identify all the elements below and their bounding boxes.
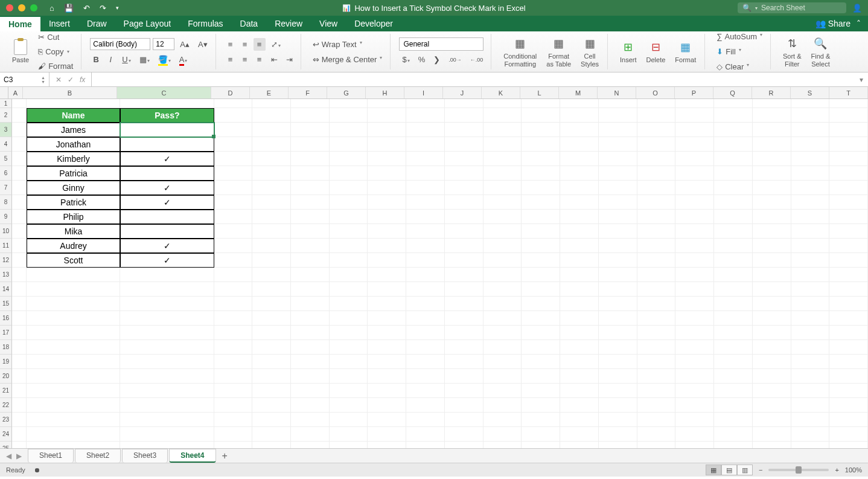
cell-R20[interactable] (753, 369, 791, 384)
comma-button[interactable]: ❯ (430, 53, 443, 66)
cell-J11[interactable] (445, 239, 483, 253)
cell-S24[interactable] (791, 427, 830, 442)
normal-view-button[interactable]: ▦ (706, 465, 721, 475)
cell-G17[interactable] (330, 326, 368, 340)
cell-L10[interactable] (522, 224, 560, 239)
cell-F6[interactable] (291, 166, 330, 181)
cell-C10[interactable] (120, 224, 214, 239)
row-header-12[interactable]: 12 (0, 253, 12, 268)
cell-E25[interactable] (252, 442, 291, 448)
cell-R23[interactable] (753, 413, 791, 427)
sheet-tab-sheet4[interactable]: Sheet4 (169, 449, 215, 463)
ribbon-tab-page-layout[interactable]: Page Layout (115, 16, 180, 31)
cell-R11[interactable] (753, 239, 791, 253)
search-input[interactable]: 🔍 ▾ Search Sheet (738, 2, 846, 13)
row-header-18[interactable]: 18 (0, 340, 12, 355)
insert-cells-button[interactable]: ⊞Insert (616, 34, 640, 69)
cell-F13[interactable] (291, 268, 330, 282)
cell-Q25[interactable] (714, 442, 753, 448)
cell-C21[interactable] (120, 384, 214, 398)
cell-P13[interactable] (675, 268, 714, 282)
cell-B25[interactable] (27, 442, 120, 448)
cell-A8[interactable] (12, 195, 27, 210)
cell-E15[interactable] (252, 297, 291, 311)
cell-R7[interactable] (753, 181, 791, 195)
cell-R13[interactable] (753, 268, 791, 282)
cell-T3[interactable] (829, 123, 868, 137)
cell-L16[interactable] (522, 311, 560, 326)
cell-P20[interactable] (675, 369, 714, 384)
cell-J13[interactable] (445, 268, 483, 282)
cell-G24[interactable] (330, 427, 368, 442)
cell-S25[interactable] (791, 442, 830, 448)
cell-J17[interactable] (445, 326, 483, 340)
cell-R14[interactable] (753, 282, 791, 297)
cell-O8[interactable] (637, 195, 676, 210)
cell-E17[interactable] (252, 326, 291, 340)
cell-C19[interactable] (120, 355, 214, 369)
cell-T1[interactable] (829, 99, 868, 108)
cell-R18[interactable] (753, 340, 791, 355)
cell-E16[interactable] (252, 311, 291, 326)
share-button[interactable]: 👥Share (815, 19, 850, 28)
cell-S14[interactable] (791, 282, 830, 297)
cell-S6[interactable] (791, 166, 830, 181)
cell-F25[interactable] (291, 442, 330, 448)
cell-O7[interactable] (637, 181, 676, 195)
cell-D1[interactable] (214, 99, 253, 108)
zoom-slider[interactable] (768, 469, 829, 471)
cell-T4[interactable] (829, 137, 868, 152)
cell-B7[interactable]: Ginny (27, 181, 120, 195)
cell-B16[interactable] (27, 311, 120, 326)
italic-button[interactable]: I (104, 53, 116, 66)
align-middle-button[interactable]: ≡ (239, 38, 251, 51)
cell-O1[interactable] (637, 99, 676, 108)
cell-D11[interactable] (214, 239, 253, 253)
cell-N23[interactable] (599, 413, 637, 427)
cell-L11[interactable] (522, 239, 560, 253)
cell-L25[interactable] (522, 442, 560, 448)
cell-I8[interactable] (406, 195, 445, 210)
cell-O2[interactable] (637, 108, 676, 123)
cell-E1[interactable] (252, 99, 291, 108)
cell-T10[interactable] (829, 224, 868, 239)
cell-G12[interactable] (330, 253, 368, 268)
cell-K23[interactable] (483, 413, 522, 427)
row-header-9[interactable]: 9 (0, 210, 12, 224)
sort-filter-button[interactable]: ⇅Sort & Filter (779, 34, 805, 69)
cell-A25[interactable] (12, 442, 27, 448)
cell-L5[interactable] (522, 152, 560, 166)
cell-C13[interactable] (120, 268, 214, 282)
ribbon-tab-view[interactable]: View (311, 16, 346, 31)
cell-M9[interactable] (560, 210, 599, 224)
cell-J6[interactable] (445, 166, 483, 181)
cell-K22[interactable] (483, 398, 522, 413)
cell-C23[interactable] (120, 413, 214, 427)
row-header-17[interactable]: 17 (0, 326, 12, 340)
cell-F2[interactable] (291, 108, 330, 123)
cell-K8[interactable] (483, 195, 522, 210)
minimize-window-button[interactable] (18, 4, 25, 11)
cell-F16[interactable] (291, 311, 330, 326)
cell-O11[interactable] (637, 239, 676, 253)
cell-F21[interactable] (291, 384, 330, 398)
cell-F15[interactable] (291, 297, 330, 311)
cell-B11[interactable]: Audrey (27, 239, 120, 253)
cell-G23[interactable] (330, 413, 368, 427)
align-center-button[interactable]: ≡ (239, 53, 251, 66)
cell-B9[interactable]: Philip (27, 210, 120, 224)
cell-B3[interactable]: James (27, 123, 120, 137)
cell-M23[interactable] (560, 413, 599, 427)
collapse-ribbon-icon[interactable]: ˄ (857, 19, 861, 28)
cell-S22[interactable] (791, 398, 830, 413)
cell-K9[interactable] (483, 210, 522, 224)
cell-N22[interactable] (599, 398, 637, 413)
cell-I6[interactable] (406, 166, 445, 181)
font-size-select[interactable] (153, 38, 174, 50)
cell-Q8[interactable] (714, 195, 753, 210)
cell-P18[interactable] (675, 340, 714, 355)
cell-F19[interactable] (291, 355, 330, 369)
cell-T5[interactable] (829, 152, 868, 166)
cell-Q21[interactable] (714, 384, 753, 398)
select-all-corner[interactable] (0, 87, 8, 98)
